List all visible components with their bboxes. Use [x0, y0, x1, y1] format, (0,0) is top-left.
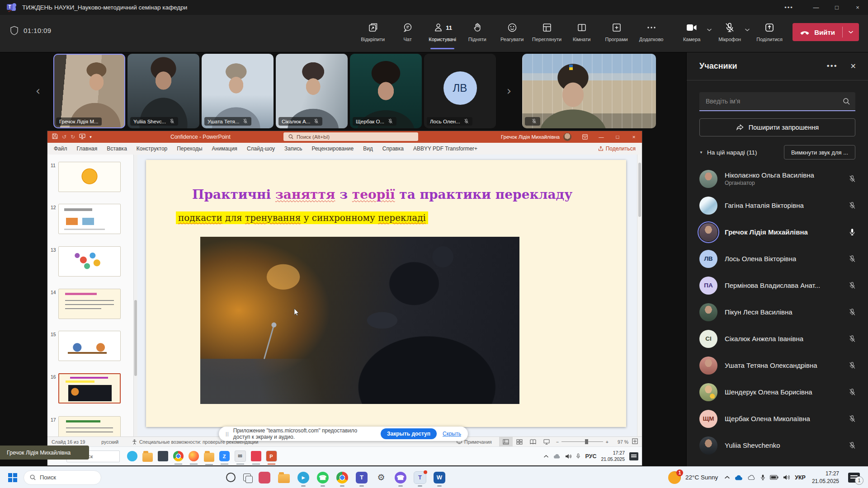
mute-all-button[interactable]: Вимкнути звук для ...	[784, 145, 855, 160]
ppt-close-button[interactable]: ×	[626, 131, 642, 143]
hide-link[interactable]: Скрыть	[443, 431, 461, 437]
language-indicator[interactable]: русский	[101, 439, 118, 445]
cloud-icon[interactable]	[748, 475, 756, 480]
mic-tray-icon[interactable]	[760, 474, 765, 481]
weather-icon[interactable]: 1	[668, 471, 681, 484]
share-invite-button[interactable]: Поширити запрошення	[699, 118, 855, 136]
teams-icon[interactable]: T	[356, 472, 368, 483]
mail-icon[interactable]: ✉	[235, 450, 246, 462]
participant-row[interactable]: ЛВЛось Олена Вікторівна	[687, 245, 868, 272]
share-button[interactable]: Поділитися	[754, 21, 785, 42]
slide-thumbnail[interactable]: 14	[47, 289, 133, 321]
zoom-in-button[interactable]: +	[606, 439, 609, 445]
normal-view-button[interactable]	[499, 437, 513, 446]
video-tile[interactable]: Yuliia Shevc...	[127, 54, 199, 128]
red-app-icon[interactable]	[251, 451, 261, 461]
ribbon-tab[interactable]: Переходы	[177, 145, 202, 152]
ribbon-tab[interactable]: Главная	[77, 145, 98, 152]
video-tile[interactable]: Гречок Лідія М...	[53, 54, 125, 128]
onedrive-icon[interactable]	[735, 475, 743, 480]
slide-thumbnail[interactable]: 13	[47, 246, 133, 278]
thumbnail-scrollbar[interactable]	[134, 155, 137, 436]
participant-row[interactable]: СІСікалюк Анжела Іванівна	[687, 325, 868, 352]
tray-expand-icon[interactable]	[724, 475, 730, 479]
firefox-icon[interactable]	[189, 451, 199, 461]
ribbon-tab[interactable]: Справка	[382, 145, 404, 152]
slide-thumbnail[interactable]: 15	[47, 331, 133, 363]
ribbon-tab[interactable]: Вставка	[107, 145, 127, 152]
mic-tray-icon[interactable]	[576, 453, 580, 459]
taskbar-search-box[interactable]: Поиск	[24, 470, 101, 485]
bird-icon[interactable]	[127, 451, 137, 461]
participant-row[interactable]: Ніколаєнко Ольга ВасилівнаОрганізатор	[687, 165, 868, 192]
shared-clock[interactable]: 17:27 21.05.2025	[601, 450, 625, 462]
slideshow-icon[interactable]	[79, 134, 85, 141]
ppt-minimize-button[interactable]: —	[593, 131, 609, 143]
zoom-slider[interactable]	[561, 441, 603, 442]
tray-expand-icon[interactable]	[543, 455, 549, 458]
in-meeting-section[interactable]: ▼ На цій нараді (11)	[699, 149, 757, 156]
slide-scrollbar[interactable]	[637, 155, 642, 436]
ribbon-tab[interactable]: Слайд-шоу	[247, 145, 275, 152]
ppt-share-button[interactable]: Поделиться	[598, 145, 636, 152]
display-icon[interactable]	[158, 451, 168, 461]
rooms-button[interactable]: Кімнати	[564, 21, 599, 42]
camera-button[interactable]: Камера	[678, 21, 706, 42]
save-icon[interactable]	[52, 133, 58, 141]
ribbon-tab[interactable]: Конструктор	[137, 145, 167, 152]
shared-language-switch[interactable]: РУС	[585, 453, 596, 460]
avatar[interactable]	[563, 133, 571, 141]
video-tile[interactable]: ЛВЛось Олен...	[424, 54, 496, 128]
participant-row[interactable]: Yuliia Shevchenko	[687, 432, 868, 459]
ribbon-tab[interactable]: Файл	[54, 145, 67, 152]
undo-icon[interactable]: ↺	[62, 134, 66, 140]
file-explorer-icon[interactable]	[278, 474, 290, 483]
chrome-icon[interactable]	[173, 451, 184, 461]
video-tile[interactable]: Сікалюк А...	[276, 54, 348, 128]
unpin-button[interactable]: Відкріпити	[355, 21, 390, 42]
notification-center-icon[interactable]: 1	[848, 473, 860, 483]
zoom-out-button[interactable]: −	[556, 439, 559, 445]
participant-search-input[interactable]	[699, 97, 843, 105]
action-center-icon[interactable]	[629, 452, 638, 460]
battery-icon[interactable]	[770, 475, 778, 480]
speaker-icon[interactable]	[783, 474, 790, 480]
reading-view-button[interactable]	[526, 437, 540, 446]
slide-sorter-view-button[interactable]	[513, 437, 526, 446]
slide-thumbnail[interactable]: 11	[47, 162, 133, 194]
slide-thumbnail[interactable]: 12	[47, 204, 133, 236]
video-tile[interactable]: Ушата Тетя...	[202, 54, 274, 128]
more-button[interactable]: Додатково	[634, 21, 669, 42]
folder-icon[interactable]	[142, 453, 153, 462]
participant-row[interactable]: Гагіна Наталія Вікторівна	[687, 192, 868, 219]
window-restore-button[interactable]: □	[826, 0, 847, 15]
folder2-icon[interactable]	[204, 453, 214, 462]
fit-slide-button[interactable]	[632, 438, 638, 445]
redo-icon[interactable]: ↻	[71, 134, 75, 140]
ribbon-tab[interactable]: Рецензирование	[311, 145, 354, 152]
task-view-icon[interactable]	[243, 474, 251, 481]
window-close-button[interactable]: ×	[847, 0, 868, 15]
drag-handle-icon[interactable]: ||	[226, 431, 229, 436]
ppt-restore-button[interactable]: □	[609, 131, 626, 143]
copilot-icon[interactable]	[226, 473, 236, 482]
teams-meeting-icon[interactable]: T	[414, 472, 426, 483]
ppt-search-box[interactable]: Поиск (Alt+Ы)	[283, 132, 418, 141]
zoom-icon[interactable]: Z	[219, 451, 230, 461]
participant-row[interactable]: ЩМЩербак Олена Миколаївна	[687, 405, 868, 432]
panel-close-icon[interactable]: ✕	[850, 62, 856, 70]
viber-icon[interactable]: ☎	[395, 472, 406, 483]
word-icon[interactable]: W	[434, 472, 445, 483]
slide-thumbnail[interactable]: 17	[47, 416, 133, 436]
mic-options-chevron-icon[interactable]	[745, 25, 750, 33]
ribbon-tab[interactable]: Вид	[363, 145, 373, 152]
ppt-account-name[interactable]: Гречок Лідія Михайлівна	[501, 134, 560, 140]
ribbon-tab[interactable]: Анимация	[212, 145, 237, 152]
leave-options-chevron-icon[interactable]	[843, 30, 859, 34]
raise-button[interactable]: Підняти	[460, 21, 495, 42]
participant-row[interactable]: Шендерук Олена Борисівна	[687, 379, 868, 405]
photos-icon[interactable]	[259, 472, 270, 483]
participant-row[interactable]: Ушата Тетяна Олександрівна	[687, 352, 868, 379]
chrome-icon[interactable]	[336, 472, 348, 483]
cloud-icon[interactable]	[553, 454, 561, 459]
